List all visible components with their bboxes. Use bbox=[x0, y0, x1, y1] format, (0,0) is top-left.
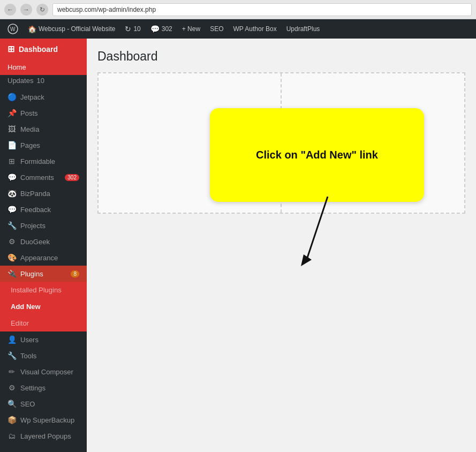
sidebar-dashboard-header[interactable]: ⊞ Dashboard bbox=[0, 39, 87, 59]
admin-bar-updraftplus[interactable]: UpdraftPlus bbox=[282, 19, 324, 39]
sidebar-item-tools[interactable]: 🔧 Tools bbox=[0, 348, 87, 364]
admin-bar-wp-logo[interactable]: W bbox=[3, 19, 22, 39]
feedback-icon: 💬 bbox=[7, 205, 16, 214]
admin-bar-comments[interactable]: 💬 302 bbox=[146, 19, 177, 39]
back-button[interactable]: ← bbox=[4, 4, 16, 16]
updates-badge: 10 bbox=[36, 77, 44, 85]
sidebar-item-settings[interactable]: ⚙ Settings bbox=[0, 380, 87, 396]
sidebar-item-projects[interactable]: 🔧 Projects bbox=[0, 217, 87, 233]
reload-button[interactable]: ↻ bbox=[36, 4, 48, 16]
sidebar-item-wp-superbackup[interactable]: 📦 Wp SuperBackup bbox=[0, 412, 87, 428]
url-bar[interactable]: webcusp.com/wp-admin/index.php bbox=[52, 3, 472, 16]
admin-bar-site-name[interactable]: 🏠 Webcusp - Official Website bbox=[24, 19, 119, 39]
sidebar-item-visual-composer[interactable]: ✏ Visual Composer bbox=[0, 364, 87, 380]
wp-superbackup-icon: 📦 bbox=[7, 416, 16, 424]
jetpack-icon: 🔵 bbox=[7, 93, 16, 101]
browser-bar: ← → ↻ webcusp.com/wp-admin/index.php bbox=[0, 0, 476, 19]
plugins-add-new-item[interactable]: Add New bbox=[0, 298, 87, 315]
pages-icon: 📄 bbox=[7, 141, 16, 149]
wp-layout: ⊞ Dashboard Home Updates 10 🔵 Jetpack 📌 … bbox=[0, 39, 476, 452]
appearance-icon: 🎨 bbox=[7, 253, 16, 262]
sidebar-item-appearance[interactable]: 🎨 Appearance bbox=[0, 250, 87, 266]
forward-button[interactable]: → bbox=[20, 4, 32, 16]
sidebar-item-home[interactable]: Home bbox=[0, 59, 87, 75]
comments-badge: 302 bbox=[65, 174, 79, 181]
layered-popups-icon: 🗂 bbox=[7, 432, 16, 440]
duogeek-icon: ⚙ bbox=[7, 237, 16, 246]
main-content: Dashboard Click on "Add New" link bbox=[87, 39, 476, 452]
comments-icon: 💬 bbox=[7, 173, 16, 182]
sidebar-item-layered-popups[interactable]: 🗂 Layered Popups bbox=[0, 428, 87, 444]
sidebar-item-pages[interactable]: 📄 Pages bbox=[0, 137, 87, 153]
visual-composer-icon: ✏ bbox=[7, 367, 16, 376]
sidebar-item-duogeek[interactable]: ⚙ DuoGeek bbox=[0, 233, 87, 250]
plugins-badge: 8 bbox=[71, 270, 79, 277]
sidebar-item-jetpack[interactable]: 🔵 Jetpack bbox=[0, 89, 87, 105]
sidebar-item-users[interactable]: 👤 Users bbox=[0, 332, 87, 348]
plugins-installed-item[interactable]: Installed Plugins bbox=[0, 282, 87, 298]
svg-line-2 bbox=[306, 197, 328, 261]
sidebar-item-comments[interactable]: 💬 Comments 302 bbox=[0, 169, 87, 185]
sidebar-item-feedback[interactable]: 💬 Feedback bbox=[0, 201, 87, 217]
sidebar-item-seo[interactable]: 🔍 SEO bbox=[0, 396, 87, 412]
formidable-icon: ⊞ bbox=[7, 157, 16, 165]
admin-bar-seo[interactable]: SEO bbox=[206, 19, 228, 39]
sidebar-item-media[interactable]: 🖼 Media bbox=[0, 121, 87, 137]
page-title: Dashboard bbox=[97, 49, 465, 64]
svg-text:W: W bbox=[10, 26, 16, 32]
plugins-submenu: Installed Plugins Add New Editor bbox=[0, 282, 87, 332]
admin-bar-new[interactable]: + New bbox=[178, 19, 205, 39]
seo-icon: 🔍 bbox=[7, 400, 16, 408]
tools-icon: 🔧 bbox=[7, 351, 16, 360]
plugins-editor-item[interactable]: Editor bbox=[0, 315, 87, 332]
svg-marker-3 bbox=[301, 254, 312, 266]
sidebar: ⊞ Dashboard Home Updates 10 🔵 Jetpack 📌 … bbox=[0, 39, 87, 452]
sidebar-item-updates[interactable]: Updates 10 bbox=[0, 75, 87, 89]
wp-admin-bar: W 🏠 Webcusp - Official Website ↻ 10 💬 30… bbox=[0, 19, 476, 39]
posts-icon: 📌 bbox=[7, 109, 16, 117]
tooltip-box: Click on "Add New" link bbox=[210, 108, 424, 202]
media-icon: 🖼 bbox=[7, 125, 16, 133]
sidebar-item-posts[interactable]: 📌 Posts bbox=[0, 105, 87, 121]
users-icon: 👤 bbox=[7, 335, 16, 344]
admin-bar-updates[interactable]: ↻ 10 bbox=[120, 19, 145, 39]
sidebar-item-bizpanda[interactable]: 🐼 BizPanda bbox=[0, 185, 87, 201]
sidebar-item-formidable[interactable]: ⊞ Formidable bbox=[0, 153, 87, 169]
bizpanda-icon: 🐼 bbox=[7, 189, 16, 198]
projects-icon: 🔧 bbox=[7, 221, 16, 230]
settings-icon: ⚙ bbox=[7, 383, 16, 392]
plugins-icon: 🔌 bbox=[7, 269, 16, 278]
arrow-indicator bbox=[296, 197, 338, 273]
sidebar-item-plugins[interactable]: 🔌 Plugins 8 bbox=[0, 266, 87, 282]
admin-bar-wp-author-box[interactable]: WP Author Box bbox=[229, 19, 281, 39]
